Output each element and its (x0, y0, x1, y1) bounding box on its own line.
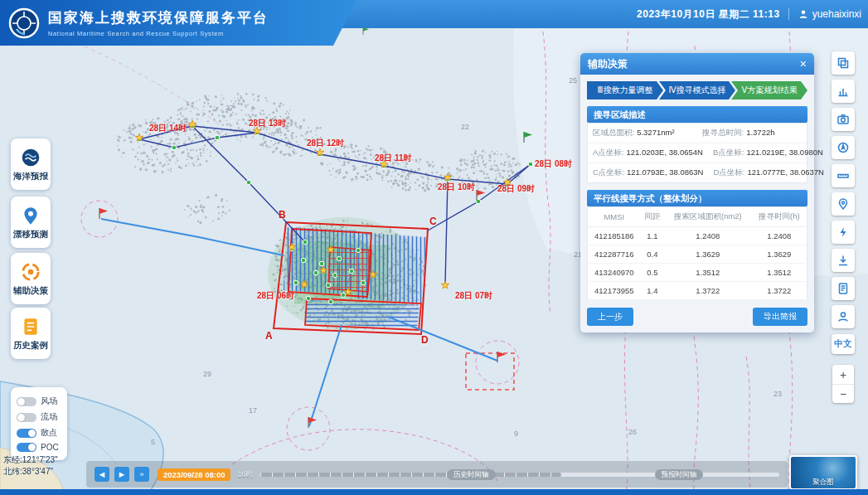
chart-icon (836, 85, 850, 98)
table-row[interactable]: 4132409700.51.35121.3512 (588, 264, 807, 282)
cell-time: 1.3722 (752, 282, 807, 300)
wind-layer-toggle[interactable] (17, 397, 36, 406)
layer-row-scatter: 散点 (17, 427, 61, 439)
sidebar-item-history-cases[interactable]: 历史案例 (11, 308, 51, 359)
layers-tool-button[interactable] (832, 51, 855, 75)
measure-tool-button[interactable] (832, 164, 855, 187)
sidebar-item-decision-support[interactable]: 辅助决策 (11, 253, 51, 304)
history-cases-icon (20, 316, 41, 337)
drift-prediction-icon (20, 205, 41, 226)
report-tool-button[interactable] (832, 277, 855, 300)
prev-step-button[interactable]: 上一步 (587, 308, 633, 326)
cell-spacing: 0.4 (641, 245, 664, 264)
field-value: 121.0203E, 38.0654N (626, 148, 702, 158)
summary-section-title: 搜寻区域描述 (587, 106, 807, 123)
column-header: 搜索区域面积(nm2) (664, 207, 752, 227)
step-force-adjust[interactable]: Ⅲ搜救力量调整 (587, 81, 663, 99)
cell-area: 1.3512 (664, 264, 752, 282)
layer-row-poc: POC (17, 443, 61, 452)
export-report-button[interactable]: 导出简报 (753, 308, 807, 326)
search-plan-table: MMSI 间距 搜索区域面积(nm2) 搜寻时间(h) 4121851861.1… (587, 206, 807, 300)
cell-spacing: 1.4 (641, 282, 664, 300)
step-forward-button[interactable]: » (134, 467, 149, 482)
field-label: 区域总面积: (593, 128, 634, 138)
cell-time: 1.3629 (752, 245, 807, 264)
layer-label: 流场 (41, 411, 57, 423)
zoom-out-button[interactable]: − (832, 384, 854, 403)
document-icon (836, 282, 850, 295)
decision-support-icon (20, 261, 41, 283)
step-plan-result[interactable]: Ⅴ方案规划结果 (731, 81, 807, 99)
field-label: B点坐标: (713, 148, 744, 158)
footer-bar (0, 489, 868, 495)
field-value: 1.3722h (746, 128, 774, 138)
close-icon[interactable]: × (800, 57, 807, 70)
camera-icon (836, 113, 850, 126)
screenshot-tool-button[interactable] (832, 108, 855, 131)
sidebar-item-label: 漂移预测 (13, 229, 48, 240)
language-toggle-button[interactable]: 中文 (832, 334, 855, 354)
platform-title: 国家海上搜救环境保障服务平台 (48, 8, 269, 27)
field-value: 121.0219E, 38.0980N (746, 148, 822, 158)
quick-action-button[interactable] (832, 221, 855, 244)
current-layer-toggle[interactable] (17, 413, 36, 422)
datetime-display: 2023年10月10日 星期二 11:13 (637, 7, 780, 22)
sidebar-item-label: 历史案例 (13, 340, 48, 352)
decision-support-panel: 辅助决策 × Ⅲ搜救力量调整 Ⅳ搜寻模式选择 Ⅴ方案规划结果 搜寻区域描述 区域… (580, 53, 814, 332)
step-back-button[interactable]: ◀ (95, 467, 109, 482)
chart-tool-button[interactable] (832, 80, 855, 103)
column-header: 间距 (641, 207, 664, 227)
scatter-layer-toggle[interactable] (17, 429, 36, 438)
layer-row-current: 流场 (17, 411, 61, 423)
layer-row-wind: 风场 (17, 396, 61, 407)
table-section-title: 平行线搜寻方式（整体划分） (587, 190, 807, 206)
search-region-summary: 区域总面积:5.3271nm² 搜寻总时间:1.3722h A点坐标:121.0… (587, 123, 807, 183)
longitude-readout: 东经:121°7'23" (3, 454, 58, 466)
timeline-slider[interactable]: 历史时间轴 预报时间轴 (260, 473, 780, 477)
platform-logo-icon (8, 7, 40, 39)
download-tool-button[interactable] (832, 249, 855, 272)
sidebar-item-label: 辅助决策 (13, 285, 48, 297)
user-icon (836, 310, 850, 323)
location-pin-icon (836, 197, 850, 211)
step-mode-select[interactable]: Ⅳ搜寻模式选择 (659, 81, 735, 99)
marker-tool-button[interactable] (832, 192, 855, 216)
table-row[interactable]: 4122877160.41.36291.3629 (588, 245, 807, 264)
sidebar-item-ocean-forecast[interactable]: 海洋预报 (11, 138, 51, 190)
field-label: A点坐标: (593, 148, 623, 158)
cell-mmsi: 412173955 (588, 282, 641, 300)
compass-tool-button[interactable] (832, 136, 855, 159)
overview-minimap[interactable]: 聚合图 (789, 455, 857, 490)
compass-icon (836, 141, 850, 154)
cell-time: 1.2408 (752, 227, 807, 245)
play-button[interactable]: ▶ (114, 467, 129, 482)
field-label: 搜寻总时间: (702, 128, 744, 138)
forecast-axis-pill: 预报时间轴 (655, 469, 704, 480)
account-tool-button[interactable] (832, 305, 855, 328)
platform-subtitle: National Maritime Search and Rescue Supp… (48, 30, 269, 37)
timeline-player: ◀ ▶ » 2023/09/28 08:00 16时 历史时间轴 预报时间轴 (86, 461, 788, 488)
table-row[interactable]: 4121851861.11.24081.2408 (588, 227, 807, 245)
layer-label: 散点 (41, 427, 57, 439)
cell-time: 1.3512 (752, 264, 807, 282)
poc-layer-toggle[interactable] (17, 443, 36, 452)
table-header-row: MMSI 间距 搜索区域面积(nm2) 搜寻时间(h) (588, 207, 807, 227)
latitude-readout: 北纬:38°3'47" (3, 466, 58, 478)
zoom-in-button[interactable]: + (832, 365, 854, 384)
ocean-forecast-icon (20, 147, 41, 168)
cursor-coordinates: 东经:121°7'23" 北纬:38°3'47" (3, 454, 58, 477)
user-menu[interactable]: yuehaixinxi (788, 8, 861, 20)
current-time-badge: 2023/09/28 08:00 (158, 468, 230, 481)
layer-toggle-panel: 风场 流场 散点 POC (11, 387, 67, 460)
brand-tab: 国家海上搜救环境保障服务平台 National Maritime Search … (0, 0, 356, 46)
field-label: C点坐标: (593, 167, 624, 178)
panel-title: 辅助决策 (588, 57, 628, 71)
field-value: 121.0777E, 38.0637N (747, 167, 823, 178)
field-value: 121.0793E, 38.0863N (627, 167, 703, 178)
layer-label: POC (41, 443, 59, 452)
field-value: 5.3271nm² (637, 128, 674, 138)
table-row[interactable]: 4121739551.41.37221.3722 (588, 282, 807, 300)
history-axis-pill: 历史时间轴 (447, 469, 496, 480)
cell-area: 1.3722 (664, 282, 752, 300)
sidebar-item-drift-prediction[interactable]: 漂移预测 (11, 197, 51, 248)
